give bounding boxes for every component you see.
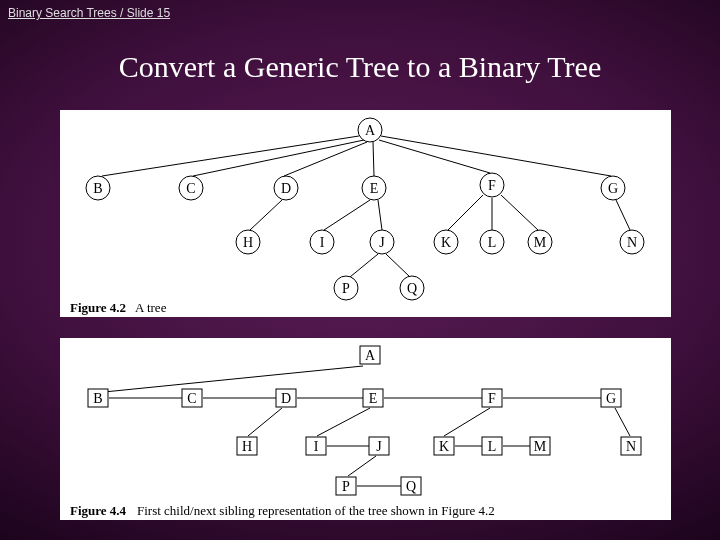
fig2-caption-text: First child/next sibling representation … xyxy=(137,503,495,518)
figure-binary-encoding: A B C D E F G H I J K L M N P Q Figure 4… xyxy=(60,338,671,520)
node2-l: L xyxy=(488,439,497,454)
node2-a: A xyxy=(365,348,376,363)
breadcrumb: Binary Search Trees / Slide 15 xyxy=(8,6,170,20)
node-f: F xyxy=(488,178,496,193)
node-q: Q xyxy=(407,281,417,296)
svg-line-5 xyxy=(381,136,611,176)
node-l: L xyxy=(488,235,497,250)
node2-e: E xyxy=(369,391,378,406)
node2-i: I xyxy=(314,439,319,454)
svg-line-12 xyxy=(616,200,630,230)
node-p: P xyxy=(342,281,350,296)
svg-line-7 xyxy=(324,200,370,230)
node-h: H xyxy=(243,235,253,250)
node-d: D xyxy=(281,181,291,196)
node-c: C xyxy=(186,181,195,196)
node-e: E xyxy=(370,181,379,196)
node-b: B xyxy=(93,181,102,196)
fig2-caption-label: Figure 4.4 xyxy=(70,503,127,518)
node2-k: K xyxy=(439,439,449,454)
node-a: A xyxy=(365,123,376,138)
svg-line-11 xyxy=(501,195,538,230)
svg-line-32 xyxy=(248,408,282,436)
svg-line-8 xyxy=(378,200,382,230)
node2-m: M xyxy=(534,439,547,454)
node-n: N xyxy=(627,235,637,250)
node2-d: D xyxy=(281,391,291,406)
node-k: K xyxy=(441,235,451,250)
svg-line-3 xyxy=(373,142,374,176)
node-j: J xyxy=(379,235,385,250)
page-title: Convert a Generic Tree to a Binary Tree xyxy=(0,50,720,84)
node2-p: P xyxy=(342,479,350,494)
svg-line-2 xyxy=(284,142,367,176)
node2-f: F xyxy=(488,391,496,406)
node-m: M xyxy=(534,235,547,250)
node2-j: J xyxy=(376,439,382,454)
node2-b: B xyxy=(93,391,102,406)
svg-line-36 xyxy=(348,456,376,476)
svg-line-34 xyxy=(444,408,490,436)
node2-c: C xyxy=(187,391,196,406)
node2-n: N xyxy=(626,439,636,454)
svg-line-13 xyxy=(350,254,378,277)
svg-line-0 xyxy=(102,136,359,176)
node2-h: H xyxy=(242,439,252,454)
svg-line-31 xyxy=(104,366,363,392)
svg-line-35 xyxy=(615,408,630,436)
fig1-caption-text: A tree xyxy=(135,300,167,315)
node2-q: Q xyxy=(406,479,416,494)
node-g: G xyxy=(608,181,618,196)
svg-line-33 xyxy=(317,408,370,436)
fig1-caption-label: Figure 4.2 xyxy=(70,300,126,315)
svg-line-9 xyxy=(448,195,483,230)
node-i: I xyxy=(320,235,325,250)
svg-line-6 xyxy=(250,200,282,230)
figure-generic-tree: A B C D E F G H I J K L M N P Q Figure 4… xyxy=(60,110,671,317)
node2-g: G xyxy=(606,391,616,406)
svg-line-14 xyxy=(386,254,410,277)
